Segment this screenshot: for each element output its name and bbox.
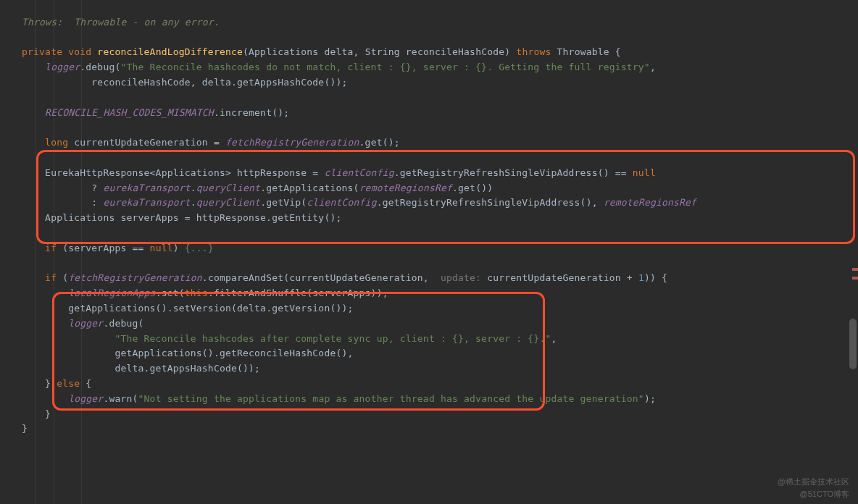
op: }: [45, 378, 57, 389]
kw-private: private: [22, 46, 62, 57]
arg: delta.getAppsHashCode());: [196, 77, 348, 88]
op: ): [173, 243, 185, 253]
field-ref: localRegionApps: [68, 287, 155, 298]
kw-long: long: [45, 137, 68, 148]
watermark-line: @稀土掘金技术社区: [778, 476, 849, 489]
field-ref: eurekaTransport: [103, 197, 190, 208]
kw-void: void: [68, 46, 91, 57]
statement: getApplications().setVersion(delta.getVe…: [68, 303, 353, 314]
method-call: .compareAndSet(currentUpdateGeneration,: [202, 272, 435, 283]
const-ref: RECONCILE_HASH_CODES_MISMATCH: [45, 107, 214, 118]
method-call: .debug(: [103, 318, 143, 329]
field-ref: clientConfig: [324, 167, 393, 178]
param-hint: update:: [435, 272, 487, 283]
field-ref: remoteRegionsRef: [604, 197, 696, 208]
op: (: [57, 272, 68, 283]
logger-ref: logger: [68, 393, 103, 404]
field-ref: eurekaTransport: [103, 182, 190, 193]
method-call: .filterAndShuffle(serverApps));: [208, 287, 388, 298]
field-ref: queryClient: [196, 197, 260, 208]
javadoc-line: Throws: Throwable - on any error.: [22, 17, 220, 28]
method-call: .getRegistryRefreshSingleVipAddress() ==: [394, 167, 633, 178]
statement: Applications serverApps = httpResponse.g…: [45, 212, 341, 223]
arg: reconcileHashCode,: [91, 77, 196, 88]
gutter-marker[interactable]: [852, 268, 858, 271]
param-type: String: [365, 46, 400, 57]
op: )) {: [644, 272, 667, 283]
method-call: .increment();: [214, 107, 289, 118]
method-call: .get()): [452, 182, 493, 193]
watermark: @稀土掘金技术社区 @51CTO博客: [778, 476, 849, 501]
op: :: [91, 197, 103, 208]
op: .: [191, 197, 196, 208]
arg: currentUpdateGeneration +: [487, 272, 638, 283]
field-ref: remoteRegionsRef: [359, 182, 452, 193]
kw-this: this: [185, 287, 208, 298]
method-name: reconcileAndLogDifference: [97, 46, 243, 57]
method-call: .getApplications(: [260, 182, 359, 193]
brace: }: [45, 408, 51, 419]
field-ref: fetchRegistryGeneration: [225, 137, 359, 148]
string-literal: "The Reconcile hashcodes do not match, c…: [120, 62, 649, 72]
kw-null: null: [150, 243, 173, 253]
method-call: .get();: [359, 137, 400, 148]
throws-type: Throwable: [557, 46, 609, 57]
kw-else: else: [57, 378, 80, 389]
method-call: .getVip(: [260, 197, 307, 208]
method-call: .set(: [156, 287, 185, 298]
cond: (serverApps ==: [57, 243, 149, 253]
param-name: delta: [324, 46, 353, 57]
arg: delta.getAppsHashCode());: [114, 363, 260, 374]
op: ,: [650, 62, 656, 72]
param-name: reconcileHashCode: [406, 46, 504, 57]
string-literal: "The Reconcile hashcodes after complete …: [114, 333, 551, 344]
gutter-marker[interactable]: [852, 277, 858, 280]
var-decl: EurekaHttpResponse<Applications> httpRes…: [45, 167, 324, 178]
number: 1: [638, 272, 644, 283]
brace: }: [22, 423, 28, 434]
op: );: [644, 393, 656, 404]
op: .: [191, 182, 196, 193]
kw-throws: throws: [516, 46, 551, 57]
field-ref: queryClient: [196, 182, 260, 193]
param-type: Applications: [249, 46, 318, 57]
method-call: .debug(: [80, 62, 120, 72]
code-editor[interactable]: Throws: Throwable - on any error. privat…: [0, 0, 858, 437]
watermark-line: @51CTO博客: [778, 488, 849, 501]
arg: getApplications().getReconcileHashCode()…: [114, 348, 353, 358]
code-fold[interactable]: {...}: [185, 243, 214, 253]
field-ref: fetchRegistryGeneration: [68, 272, 202, 283]
var-decl: currentUpdateGeneration =: [68, 137, 225, 148]
logger-ref: logger: [45, 62, 80, 72]
op: {: [80, 378, 91, 389]
kw-if: if: [45, 272, 57, 283]
kw-null: null: [633, 167, 656, 178]
op: ?: [91, 182, 103, 193]
method-call: .warn(: [103, 393, 138, 404]
scrollbar-thumb[interactable]: [849, 319, 857, 369]
method-call: .getRegistryRefreshSingleVipAddress(),: [377, 197, 604, 208]
string-literal: "Not setting the applications map as ano…: [138, 393, 644, 404]
op: ,: [551, 333, 557, 344]
logger-ref: logger: [68, 318, 103, 329]
field-ref: clientConfig: [307, 197, 376, 208]
kw-if: if: [45, 243, 57, 253]
